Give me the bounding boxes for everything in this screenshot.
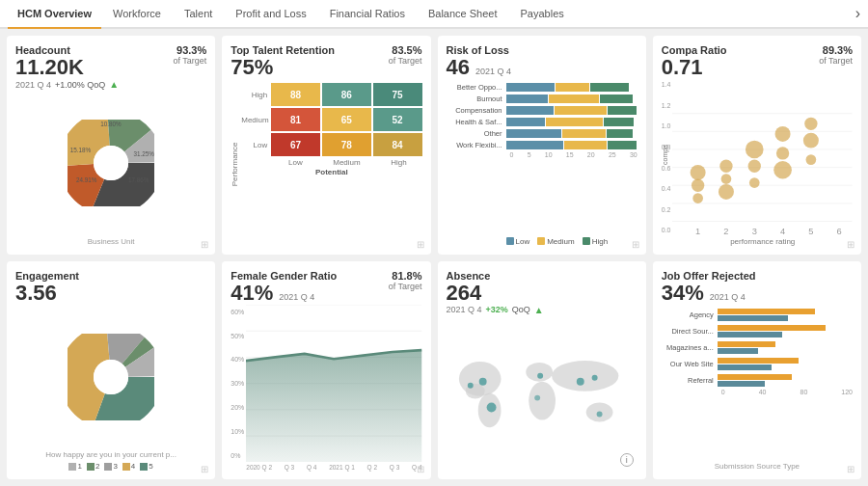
svg-text:31.25%: 31.25% xyxy=(134,150,154,157)
engagement-card: Engagement 3.56 How happy are you in you… xyxy=(7,261,215,480)
headcount-chart-label: Business Unit xyxy=(15,237,206,246)
svg-point-55 xyxy=(529,381,556,419)
compa-target: 89.3% of Target xyxy=(819,44,853,66)
headcount-card: Headcount 11.20K 2021 Q 4 +1.00% QoQ ▲ 9… xyxy=(7,36,215,255)
nav-item-balance[interactable]: Balance Sheet xyxy=(417,0,509,28)
svg-point-27 xyxy=(775,126,791,142)
matrix-cell-high-low: 88 xyxy=(271,83,320,106)
absence-title: Absence xyxy=(447,270,637,282)
svg-point-19 xyxy=(693,193,704,203)
risk-title: Risk of Loss xyxy=(447,44,637,56)
headcount-qoq: +1.00% QoQ xyxy=(55,80,105,90)
job-offer-period: 2021 Q 4 xyxy=(710,292,746,302)
svg-text:6: 6 xyxy=(837,227,842,236)
absence-value: 264 xyxy=(447,282,637,305)
job-offer-value: 34% xyxy=(662,282,704,305)
compa-table-icon: ⊞ xyxy=(847,239,854,250)
svg-point-25 xyxy=(748,160,761,173)
matrix-cell-med-med: 65 xyxy=(322,108,371,131)
matrix-cell-high-high: 75 xyxy=(373,83,422,106)
dashboard-grid: Headcount 11.20K 2021 Q 4 +1.00% QoQ ▲ 9… xyxy=(0,29,868,486)
female-ratio-period: 2021 Q 4 xyxy=(279,292,314,302)
engagement-table-icon: ⊞ xyxy=(201,464,208,474)
info-icon[interactable]: i xyxy=(620,453,634,467)
matrix-cell-med-high: 52 xyxy=(373,108,422,131)
engagement-pie xyxy=(15,305,206,450)
matrix-cell-low-high: 84 xyxy=(373,133,422,156)
svg-point-28 xyxy=(776,147,789,159)
compa-ratio-card: Compa Ratio 0.71 89.3% of Target 1.41.21… xyxy=(653,36,861,255)
svg-point-5 xyxy=(94,146,128,180)
top-talent-card: Top Talent Retention 75% 83.5% of Target… xyxy=(222,36,430,255)
svg-point-26 xyxy=(749,177,760,188)
female-ratio-table-icon: ⊞ xyxy=(417,464,424,474)
female-ratio-target: 81.8% of Target xyxy=(389,270,422,291)
risk-period: 2021 Q 4 xyxy=(475,67,511,76)
absence-map: i xyxy=(447,315,637,471)
job-offer-table-icon: ⊞ xyxy=(847,464,854,474)
svg-text:3: 3 xyxy=(752,227,757,236)
svg-text:24.91%: 24.91% xyxy=(76,176,97,183)
headcount-target-pct: 93.3% xyxy=(173,44,206,56)
svg-point-22 xyxy=(721,174,732,184)
headcount-target: 93.3% of Target xyxy=(173,44,206,66)
engagement-value: 3.56 xyxy=(15,282,206,305)
svg-point-21 xyxy=(720,160,733,173)
svg-text:10.80%: 10.80% xyxy=(100,122,122,128)
svg-point-23 xyxy=(719,184,734,200)
potential-label: Potential xyxy=(241,168,421,176)
svg-point-65 xyxy=(596,411,602,417)
svg-point-54 xyxy=(526,363,553,382)
top-nav: HCM Overview Workforce Talent Profit and… xyxy=(0,0,868,29)
absence-period: 2021 Q 4 xyxy=(447,305,482,314)
nav-arrow-icon[interactable]: › xyxy=(855,5,860,22)
nav-item-profit-loss[interactable]: Profit and Loss xyxy=(224,0,317,28)
risk-of-loss-card: Risk of Loss 46 2021 Q 4 Better Oppo... … xyxy=(438,36,646,255)
matrix-cell-low-low: 67 xyxy=(271,133,320,156)
svg-point-18 xyxy=(692,179,704,192)
nav-item-payables[interactable]: Payables xyxy=(509,0,576,28)
svg-point-31 xyxy=(803,133,819,148)
top-talent-table-icon: ⊞ xyxy=(417,239,424,250)
svg-point-29 xyxy=(774,161,793,179)
svg-point-24 xyxy=(746,141,764,159)
risk-value: 46 xyxy=(447,56,470,79)
nav-item-talent[interactable]: Talent xyxy=(173,0,224,28)
svg-point-56 xyxy=(552,361,618,392)
svg-text:2: 2 xyxy=(724,227,729,236)
risk-legend: Low Medium High xyxy=(447,237,637,246)
matrix-cell-med-low: 81 xyxy=(271,108,320,131)
svg-point-59 xyxy=(467,382,473,388)
svg-text:1: 1 xyxy=(696,227,701,236)
compa-scatter-chart: 1.41.21.00.80.60.40.20.0 compa xyxy=(662,79,853,245)
absence-card: Absence 264 2021 Q 4 +32% QoQ ▲ xyxy=(438,261,646,480)
svg-point-63 xyxy=(591,375,597,381)
svg-point-32 xyxy=(806,154,817,165)
performance-axis-label: Performance xyxy=(231,83,239,245)
headcount-table-icon: ⊞ xyxy=(201,239,208,250)
svg-point-58 xyxy=(478,377,486,385)
female-ratio-area-chart: 60%50%40%30%20%10%0% xyxy=(231,305,421,471)
compa-x-label: performance rating xyxy=(672,237,853,246)
svg-point-64 xyxy=(534,394,540,400)
job-offer-bars-chart: Agency Direct Sour... Magazines a... xyxy=(662,309,853,460)
nav-item-workforce[interactable]: Workforce xyxy=(101,0,173,28)
nav-item-financial[interactable]: Financial Ratios xyxy=(318,0,417,28)
absence-change: +32% xyxy=(486,305,508,314)
nav-item-hcm[interactable]: HCM Overview xyxy=(8,0,101,29)
svg-text:4: 4 xyxy=(780,227,785,236)
engagement-chart-label: How happy are you in your current p... xyxy=(15,450,206,459)
svg-text:15.18%: 15.18% xyxy=(70,148,92,154)
engagement-legend: 1 2 3 4 5 xyxy=(15,462,206,471)
svg-point-61 xyxy=(537,373,543,379)
matrix-cell-low-med: 78 xyxy=(322,133,371,156)
risk-bars-chart: Better Oppo... Burnout Compensation xyxy=(447,83,637,233)
job-offer-card: Job Offer Rejected 34% 2021 Q 4 Agency D… xyxy=(653,261,861,480)
engagement-title: Engagement xyxy=(15,270,206,282)
female-ratio-card: Female Gender Ratio 41% 2021 Q 4 81.8% o… xyxy=(222,261,430,480)
job-offer-footer: Submission Source Type xyxy=(662,462,853,471)
svg-point-44 xyxy=(94,360,128,394)
absence-change-label: QoQ xyxy=(512,305,530,314)
female-ratio-target-pct: 81.8% xyxy=(389,270,422,282)
absence-up-icon: ▲ xyxy=(534,305,544,315)
